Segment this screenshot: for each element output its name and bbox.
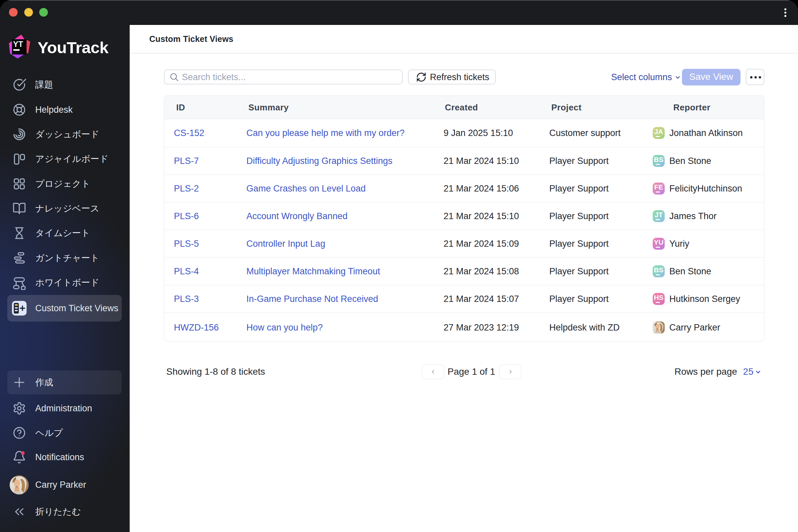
svg-text:YT: YT <box>13 40 23 49</box>
